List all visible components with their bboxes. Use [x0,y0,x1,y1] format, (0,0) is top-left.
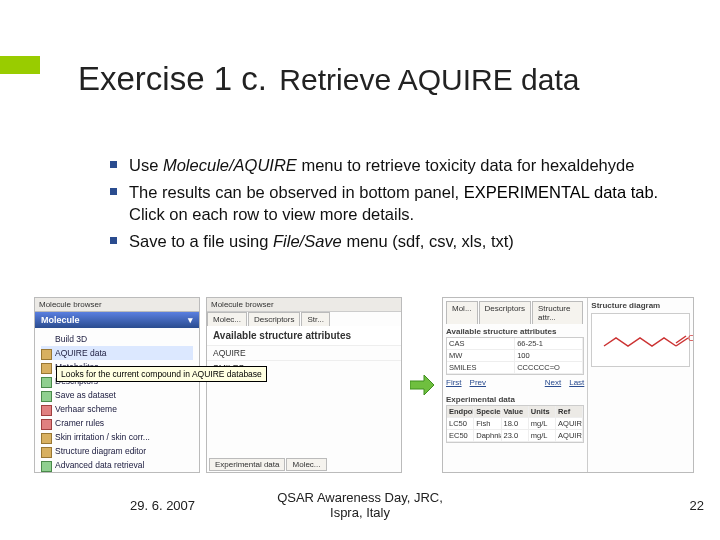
bullet-item: Use Molecule/AQUIRE menu to retrieve tox… [110,155,670,176]
tab[interactable]: Descriptors [248,312,300,326]
tab[interactable]: Str... [301,312,329,326]
bottom-tab-experimental[interactable]: Experimental data [209,458,285,471]
menu-item[interactable]: Calculate electronic param... [41,472,193,473]
tab[interactable]: Molec... [207,312,247,326]
structure-diagram: O [591,313,690,367]
bullet-item: Save to a file using File/Save menu (sdf… [110,231,670,252]
menu-item-aquire[interactable]: AQUIRE data [41,346,193,360]
section-title: Available structure attributes [446,326,584,337]
attr-heading: Available structure attributes [207,326,401,345]
accent-block [0,56,40,74]
menu-item[interactable]: Advanced data retrieval [41,458,193,472]
struct-title: Structure diagram [591,301,690,310]
tab[interactable]: Mol... [446,301,478,324]
title-main: Exercise 1 c. [78,60,267,97]
menu-item[interactable]: Verhaar scheme [41,402,193,416]
menu-item[interactable]: Cramer rules [41,416,193,430]
exp-grid: Endpoint Species Value Units Ref LC50 Fi… [446,405,584,443]
bullet-icon [110,161,117,168]
menu-item[interactable]: Structure diagram editor [41,444,193,458]
nav-last[interactable]: Last [569,378,584,387]
bottom-tab[interactable]: Molec... [286,458,326,471]
slide-title: Exercise 1 c. Retrieve AQUIRE data [78,60,580,98]
footer-page: 22 [690,498,704,513]
bullet-icon [110,237,117,244]
nav-first[interactable]: First [446,378,462,387]
molecule-browser-screenshot: Molecule browser Molec... Descriptors St… [206,297,402,473]
tab[interactable]: Descriptors [479,301,531,324]
bullet-icon [110,188,117,195]
footer-center: QSAR Awareness Day, JRC, Ispra, Italy [0,490,720,520]
attr-grid: CAS66-25-1 MW100 SMILESCCCCCC=O [446,337,584,375]
attr-row: AQUIRE [207,345,401,360]
nav-next[interactable]: Next [545,378,561,387]
menu-item[interactable]: Save as dataset [41,388,193,402]
tooltip: Looks for the current compound in AQUIRE… [56,366,267,382]
menu-title: Molecule ▾ [35,312,199,328]
exp-title: Experimental data [446,394,584,405]
bullet-item: The results can be observed in bottom pa… [110,182,670,225]
nav-prev[interactable]: Prev [470,378,486,387]
molecule-menu-screenshot: Molecule browser Molecule ▾ Build 3D AQU… [34,297,200,473]
arrow-icon [408,297,436,473]
details-screenshot: Mol... Descriptors Structure attr... Ava… [442,297,694,473]
tab[interactable]: Structure attr... [532,301,583,324]
browser-header: Molecule browser [35,298,199,312]
table-row[interactable]: EC50 Daphnia 23.0 mg/L AQUIRE [447,430,583,442]
title-sub: Retrieve AQUIRE data [279,63,579,96]
menu-item[interactable]: Build 3D [41,332,193,346]
menu-item[interactable]: Skin irritation / skin corr... [41,430,193,444]
bullet-list: Use Molecule/AQUIRE menu to retrieve tox… [110,155,670,259]
browser-title: Molecule browser [207,298,401,312]
dropdown-icon: ▾ [188,315,193,325]
table-row[interactable]: LC50 Fish 18.0 mg/L AQUIRE [447,418,583,430]
svg-text:O: O [688,333,694,343]
